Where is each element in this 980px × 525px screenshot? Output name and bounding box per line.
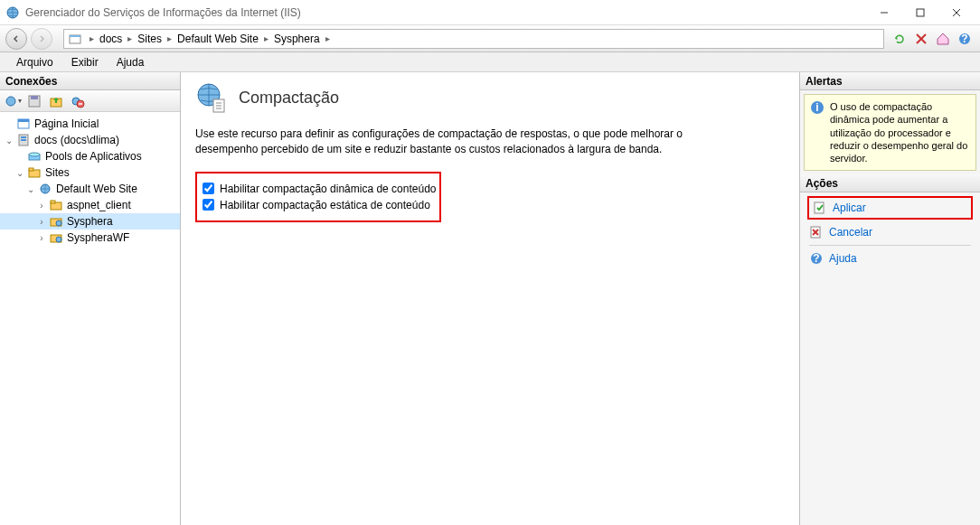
svg-rect-13 (31, 96, 38, 99)
feature-panel: Compactação Use este recurso para defini… (181, 72, 799, 525)
cancel-icon (809, 225, 824, 239)
tree-app-pools[interactable]: Pools de Aplicativos (0, 148, 180, 164)
alerts-header: Alertas (800, 72, 980, 90)
back-button[interactable] (5, 28, 27, 50)
actions-list: Aplicar Cancelar ? Ajuda (800, 192, 980, 273)
connections-header: Conexões (0, 72, 180, 90)
svg-rect-2 (917, 9, 924, 16)
close-button[interactable] (938, 1, 975, 24)
main-area: Conexões ▾ Página Inicial ⌄ docs (docs\d… (0, 72, 980, 525)
titlebar: Gerenciador do Serviços de Informações d… (0, 0, 980, 25)
tree-start-page[interactable]: Página Inicial (0, 116, 180, 132)
maximize-button[interactable] (902, 1, 938, 24)
actions-header: Ações (800, 174, 980, 192)
breadcrumb-item[interactable]: Default Web Site (175, 33, 260, 45)
apply-highlight-box: Aplicar (807, 196, 973, 220)
breadcrumb-home-icon (68, 32, 82, 46)
svg-rect-26 (29, 168, 33, 171)
svg-rect-29 (51, 201, 55, 203)
globe-icon (38, 182, 52, 196)
save-button[interactable] (25, 92, 43, 110)
svg-rect-41 (815, 202, 824, 213)
tree-aspnet-client[interactable]: › aspnet_client (0, 197, 180, 213)
breadcrumb-item[interactable]: Sysphera (272, 33, 322, 45)
chevron-right-icon: ▸ (167, 33, 172, 43)
connections-panel: Conexões ▾ Página Inicial ⌄ docs (docs\d… (0, 72, 181, 525)
svg-rect-22 (21, 139, 26, 141)
chevron-right-icon: ▸ (90, 33, 94, 43)
static-compression-option[interactable]: Habilitar compactação estática de conteú… (203, 199, 436, 211)
svg-rect-6 (70, 35, 80, 37)
alert-message: O uso de compactação dinâmica pode aumen… (830, 100, 970, 164)
feature-header: Compactação (195, 81, 785, 114)
nav-right-tools: ? (890, 30, 975, 48)
breadcrumb-item[interactable]: Sites (136, 33, 164, 45)
window-title: Gerenciador do Serviços de Informações d… (25, 6, 866, 19)
stop-button[interactable] (911, 30, 931, 48)
connections-toolbar: ▾ (0, 90, 180, 112)
dynamic-compression-checkbox[interactable] (203, 183, 214, 194)
menu-file[interactable]: Arquivo (7, 54, 62, 70)
app-icon (49, 230, 63, 245)
separator (809, 245, 971, 246)
menubar: Arquivo Exibir Ajuda (0, 52, 980, 72)
menu-view[interactable]: Exibir (62, 54, 108, 70)
home-button[interactable] (933, 30, 953, 48)
connect-button[interactable]: ▾ (4, 92, 22, 110)
expand-icon[interactable]: › (36, 217, 47, 227)
chevron-right-icon: ▸ (264, 33, 269, 43)
breadcrumb-item[interactable]: docs (98, 33, 124, 45)
alert-box: i O uso de compactação dinâmica pode aum… (804, 94, 976, 171)
apply-icon (813, 201, 827, 215)
app-pools-icon (27, 149, 42, 164)
help-action[interactable]: ? Ajuda (804, 248, 976, 269)
apply-label: Aplicar (833, 202, 866, 214)
refresh-button[interactable] (890, 30, 909, 48)
connections-tree: Página Inicial ⌄ docs (docs\dlima) Pools… (0, 112, 180, 525)
right-panel: Alertas i O uso de compactação dinâmica … (799, 72, 980, 525)
static-compression-label: Habilitar compactação estática de conteú… (220, 199, 430, 211)
dynamic-compression-option[interactable]: Habilitar compactação dinâmica de conteú… (203, 183, 436, 195)
help-label: Ajuda (829, 252, 857, 265)
sites-folder-icon (27, 165, 42, 180)
help-icon: ? (809, 251, 824, 266)
tree-sysphera[interactable]: › Sysphera (0, 213, 180, 230)
feature-description: Use este recurso para definir as configu… (195, 127, 738, 157)
collapse-icon[interactable]: ⌄ (14, 168, 25, 178)
svg-text:?: ? (813, 252, 819, 265)
collapse-icon[interactable]: ⌄ (25, 184, 36, 194)
feature-title: Compactação (239, 89, 339, 108)
tree-default-site[interactable]: ⌄ Default Web Site (0, 181, 180, 197)
delete-connection-button[interactable] (69, 92, 87, 110)
info-icon: i (810, 100, 825, 115)
static-compression-checkbox[interactable] (203, 199, 214, 211)
svg-point-33 (56, 237, 61, 242)
breadcrumb[interactable]: ▸ docs ▸ Sites ▸ Default Web Site ▸ Sysp… (63, 29, 884, 49)
cancel-action[interactable]: Cancelar (804, 221, 976, 243)
cancel-label: Cancelar (829, 226, 872, 239)
minimize-button[interactable] (866, 1, 902, 24)
svg-point-11 (6, 97, 15, 106)
apply-action[interactable]: Aplicar (809, 198, 971, 218)
up-button[interactable] (47, 92, 65, 110)
svg-point-24 (29, 153, 40, 156)
expand-icon[interactable]: › (36, 201, 47, 211)
svg-text:i: i (815, 101, 818, 114)
navbar: ▸ docs ▸ Sites ▸ Default Web Site ▸ Sysp… (0, 25, 980, 52)
expand-icon[interactable]: › (36, 233, 47, 243)
app-icon (49, 214, 63, 229)
tree-sites[interactable]: ⌄ Sites (0, 164, 180, 181)
collapse-icon[interactable]: ⌄ (4, 136, 14, 145)
forward-button[interactable] (31, 28, 52, 50)
help-button[interactable]: ? (955, 30, 975, 48)
dynamic-compression-label: Habilitar compactação dinâmica de conteú… (220, 183, 436, 195)
tree-syspherawf[interactable]: › SyspheraWF (0, 230, 180, 246)
svg-text:?: ? (961, 33, 967, 45)
tree-server[interactable]: ⌄ docs (docs\dlima) (0, 132, 180, 148)
checkbox-highlight-box: Habilitar compactação dinâmica de conteú… (195, 172, 441, 222)
menu-help[interactable]: Ajuda (108, 54, 154, 70)
chevron-right-icon: ▸ (325, 33, 330, 43)
svg-rect-21 (21, 136, 26, 138)
server-icon (16, 133, 31, 147)
iis-app-icon (5, 5, 20, 20)
